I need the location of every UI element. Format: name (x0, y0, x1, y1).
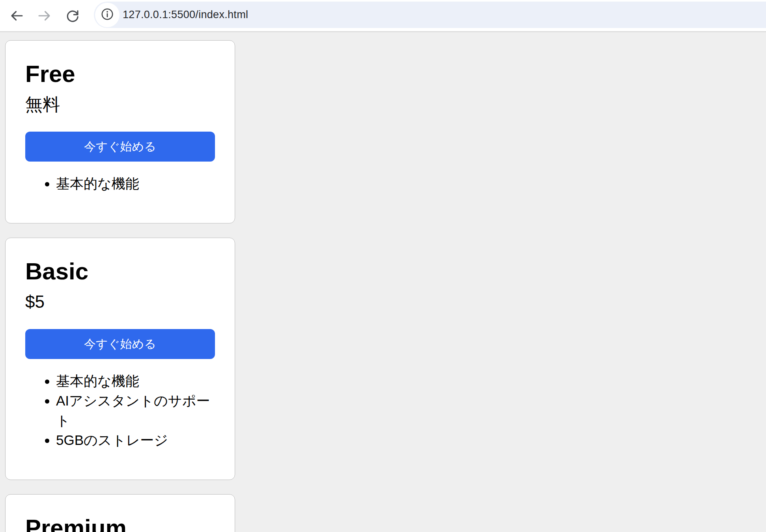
site-info-icon (101, 7, 114, 22)
site-info-button[interactable] (95, 3, 120, 27)
feature-item: 基本的な機能 (56, 174, 215, 193)
feature-item: 基本的な機能 (56, 371, 215, 391)
plan-price: 無料 (25, 94, 215, 115)
browser-toolbar: 127.0.0.1:5500/index.html (0, 0, 766, 32)
reload-button[interactable] (63, 6, 82, 25)
plan-card-premium: Premium (5, 494, 235, 532)
plan-card-basic: Basic $5 今すぐ始める 基本的な機能 AIアシスタントのサポート 5GB… (5, 238, 235, 480)
forward-arrow-icon (37, 9, 52, 23)
back-arrow-icon (9, 9, 24, 23)
feature-item: AIアシスタントのサポート (56, 391, 215, 430)
reload-icon (65, 9, 80, 23)
page-content: Free 無料 今すぐ始める 基本的な機能 Basic $5 今すぐ始める 基本… (0, 32, 766, 532)
plan-card-free: Free 無料 今すぐ始める 基本的な機能 (5, 40, 235, 223)
nav-buttons (7, 0, 82, 31)
plan-price: $5 (25, 292, 215, 312)
back-button[interactable] (7, 6, 26, 25)
url-bar[interactable]: 127.0.0.1:5500/index.html (94, 2, 766, 28)
feature-list: 基本的な機能 AIアシスタントのサポート 5GBのストレージ (25, 371, 215, 450)
feature-list: 基本的な機能 (25, 174, 215, 193)
url-text: 127.0.0.1:5500/index.html (123, 9, 248, 21)
feature-item: 5GBのストレージ (56, 430, 215, 450)
forward-button[interactable] (35, 6, 54, 25)
plan-name: Basic (25, 259, 215, 285)
plan-name: Premium (25, 515, 215, 532)
start-now-button[interactable]: 今すぐ始める (25, 329, 215, 359)
start-now-button[interactable]: 今すぐ始める (25, 132, 215, 162)
plan-name: Free (25, 61, 215, 87)
